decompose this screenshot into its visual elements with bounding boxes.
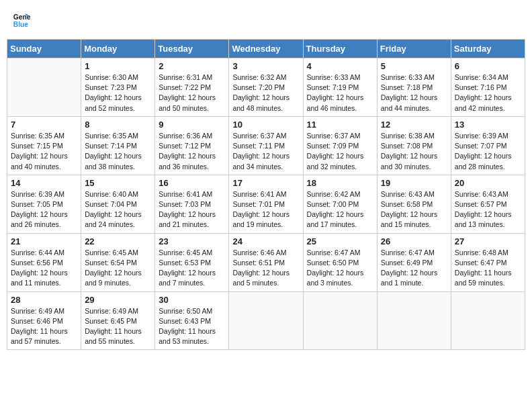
calendar-cell: 8Sunrise: 6:35 AMSunset: 7:14 PMDaylight…	[81, 116, 155, 175]
day-number: 25	[307, 236, 373, 246]
calendar-cell	[451, 291, 525, 350]
day-number: 27	[455, 236, 521, 246]
calendar-cell: 5Sunrise: 6:33 AMSunset: 7:18 PMDaylight…	[377, 58, 451, 117]
calendar-week-row: 21Sunrise: 6:44 AMSunset: 6:56 PMDayligh…	[7, 233, 525, 291]
day-info: Sunrise: 6:41 AMSunset: 7:03 PMDaylight:…	[159, 189, 225, 230]
weekday-header: Tuesday	[155, 40, 229, 58]
calendar-cell: 26Sunrise: 6:47 AMSunset: 6:49 PMDayligh…	[377, 233, 451, 291]
day-info: Sunrise: 6:46 AMSunset: 6:51 PMDaylight:…	[232, 248, 299, 289]
day-number: 8	[85, 120, 151, 130]
weekday-header: Wednesday	[229, 40, 303, 58]
day-info: Sunrise: 6:39 AMSunset: 7:05 PMDaylight:…	[11, 189, 77, 230]
calendar-cell: 16Sunrise: 6:41 AMSunset: 7:03 PMDayligh…	[155, 175, 229, 233]
day-number: 26	[381, 236, 447, 246]
day-number: 16	[159, 178, 225, 188]
calendar-cell: 3Sunrise: 6:32 AMSunset: 7:20 PMDaylight…	[229, 58, 303, 117]
svg-text:General: General	[13, 13, 31, 21]
calendar-cell: 19Sunrise: 6:43 AMSunset: 6:58 PMDayligh…	[377, 175, 451, 233]
day-info: Sunrise: 6:36 AMSunset: 7:12 PMDaylight:…	[159, 131, 225, 172]
calendar-cell	[7, 58, 81, 117]
day-info: Sunrise: 6:32 AMSunset: 7:20 PMDaylight:…	[232, 73, 299, 113]
day-info: Sunrise: 6:47 AMSunset: 6:50 PMDaylight:…	[307, 248, 373, 289]
day-number: 19	[381, 178, 447, 188]
calendar-cell: 10Sunrise: 6:37 AMSunset: 7:11 PMDayligh…	[229, 116, 303, 175]
day-info: Sunrise: 6:43 AMSunset: 6:58 PMDaylight:…	[381, 189, 447, 230]
day-number: 10	[232, 120, 299, 130]
calendar-cell: 29Sunrise: 6:49 AMSunset: 6:45 PMDayligh…	[81, 291, 155, 350]
calendar-cell: 22Sunrise: 6:45 AMSunset: 6:54 PMDayligh…	[81, 233, 155, 291]
day-info: Sunrise: 6:30 AMSunset: 7:23 PMDaylight:…	[85, 73, 151, 113]
weekday-header: Sunday	[7, 40, 81, 58]
day-number: 11	[307, 120, 373, 130]
calendar-cell: 21Sunrise: 6:44 AMSunset: 6:56 PMDayligh…	[7, 233, 81, 291]
weekday-header: Thursday	[303, 40, 377, 58]
day-number: 1	[85, 61, 151, 71]
calendar-cell	[377, 291, 451, 350]
day-info: Sunrise: 6:49 AMSunset: 6:46 PMDaylight:…	[11, 306, 77, 347]
calendar-cell: 18Sunrise: 6:42 AMSunset: 7:00 PMDayligh…	[303, 175, 377, 233]
weekday-header: Saturday	[451, 40, 525, 58]
day-info: Sunrise: 6:44 AMSunset: 6:56 PMDaylight:…	[11, 248, 77, 289]
calendar-cell: 25Sunrise: 6:47 AMSunset: 6:50 PMDayligh…	[303, 233, 377, 291]
calendar-cell: 15Sunrise: 6:40 AMSunset: 7:04 PMDayligh…	[81, 175, 155, 233]
calendar-cell: 23Sunrise: 6:45 AMSunset: 6:53 PMDayligh…	[155, 233, 229, 291]
day-info: Sunrise: 6:33 AMSunset: 7:18 PMDaylight:…	[381, 73, 447, 113]
calendar-cell: 6Sunrise: 6:34 AMSunset: 7:16 PMDaylight…	[451, 58, 525, 117]
calendar-week-row: 14Sunrise: 6:39 AMSunset: 7:05 PMDayligh…	[7, 175, 525, 233]
day-info: Sunrise: 6:33 AMSunset: 7:19 PMDaylight:…	[307, 73, 373, 113]
day-number: 24	[232, 236, 299, 246]
day-info: Sunrise: 6:48 AMSunset: 6:47 PMDaylight:…	[455, 248, 521, 289]
day-number: 13	[455, 120, 521, 130]
calendar-cell: 2Sunrise: 6:31 AMSunset: 7:22 PMDaylight…	[155, 58, 229, 117]
day-number: 12	[381, 120, 447, 130]
calendar-cell: 11Sunrise: 6:37 AMSunset: 7:09 PMDayligh…	[303, 116, 377, 175]
day-info: Sunrise: 6:42 AMSunset: 7:00 PMDaylight:…	[307, 189, 373, 230]
weekday-header-row: SundayMondayTuesdayWednesdayThursdayFrid…	[7, 40, 525, 58]
calendar-table: SundayMondayTuesdayWednesdayThursdayFrid…	[7, 39, 525, 350]
calendar-week-row: 7Sunrise: 6:35 AMSunset: 7:15 PMDaylight…	[7, 116, 525, 175]
calendar-cell: 30Sunrise: 6:50 AMSunset: 6:43 PMDayligh…	[155, 291, 229, 350]
day-info: Sunrise: 6:49 AMSunset: 6:45 PMDaylight:…	[85, 306, 151, 347]
day-info: Sunrise: 6:47 AMSunset: 6:49 PMDaylight:…	[381, 248, 447, 289]
calendar-week-row: 28Sunrise: 6:49 AMSunset: 6:46 PMDayligh…	[7, 291, 525, 350]
day-number: 5	[381, 61, 447, 71]
calendar-cell	[303, 291, 377, 350]
day-info: Sunrise: 6:31 AMSunset: 7:22 PMDaylight:…	[159, 73, 225, 113]
day-number: 9	[159, 120, 225, 130]
day-number: 15	[85, 178, 151, 188]
day-info: Sunrise: 6:40 AMSunset: 7:04 PMDaylight:…	[85, 189, 151, 230]
logo-icon: General Blue	[12, 11, 31, 30]
day-info: Sunrise: 6:41 AMSunset: 7:01 PMDaylight:…	[232, 189, 299, 230]
calendar-cell: 1Sunrise: 6:30 AMSunset: 7:23 PMDaylight…	[81, 58, 155, 117]
day-number: 18	[307, 178, 373, 188]
day-info: Sunrise: 6:37 AMSunset: 7:11 PMDaylight:…	[232, 131, 299, 172]
calendar-cell: 7Sunrise: 6:35 AMSunset: 7:15 PMDaylight…	[7, 116, 81, 175]
day-number: 14	[11, 178, 77, 188]
calendar-cell: 12Sunrise: 6:38 AMSunset: 7:08 PMDayligh…	[377, 116, 451, 175]
day-info: Sunrise: 6:43 AMSunset: 6:57 PMDaylight:…	[455, 189, 521, 230]
calendar-cell: 17Sunrise: 6:41 AMSunset: 7:01 PMDayligh…	[229, 175, 303, 233]
day-number: 2	[159, 61, 225, 71]
day-number: 28	[11, 295, 77, 305]
svg-text:Blue: Blue	[13, 21, 29, 28]
calendar-cell: 28Sunrise: 6:49 AMSunset: 6:46 PMDayligh…	[7, 291, 81, 350]
day-info: Sunrise: 6:38 AMSunset: 7:08 PMDaylight:…	[381, 131, 447, 172]
day-info: Sunrise: 6:34 AMSunset: 7:16 PMDaylight:…	[455, 73, 521, 113]
day-number: 22	[85, 236, 151, 246]
day-number: 20	[455, 178, 521, 188]
calendar-cell: 13Sunrise: 6:39 AMSunset: 7:07 PMDayligh…	[451, 116, 525, 175]
day-info: Sunrise: 6:50 AMSunset: 6:43 PMDaylight:…	[159, 306, 225, 347]
calendar-cell: 24Sunrise: 6:46 AMSunset: 6:51 PMDayligh…	[229, 233, 303, 291]
calendar-cell: 20Sunrise: 6:43 AMSunset: 6:57 PMDayligh…	[451, 175, 525, 233]
day-number: 17	[232, 178, 299, 188]
day-info: Sunrise: 6:37 AMSunset: 7:09 PMDaylight:…	[307, 131, 373, 172]
day-info: Sunrise: 6:35 AMSunset: 7:14 PMDaylight:…	[85, 131, 151, 172]
day-info: Sunrise: 6:39 AMSunset: 7:07 PMDaylight:…	[455, 131, 521, 172]
day-number: 4	[307, 61, 373, 71]
calendar-cell: 4Sunrise: 6:33 AMSunset: 7:19 PMDaylight…	[303, 58, 377, 117]
calendar-cell: 14Sunrise: 6:39 AMSunset: 7:05 PMDayligh…	[7, 175, 81, 233]
day-number: 21	[11, 236, 77, 246]
calendar-week-row: 1Sunrise: 6:30 AMSunset: 7:23 PMDaylight…	[7, 58, 525, 117]
weekday-header: Monday	[81, 40, 155, 58]
logo: General Blue	[12, 11, 34, 30]
